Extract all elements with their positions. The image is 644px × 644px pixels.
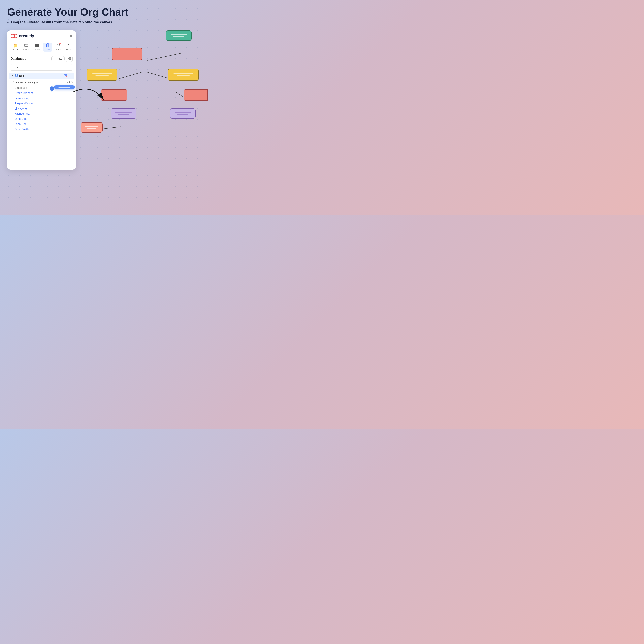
filtered-label: Filtered Results ( 24 ) — [16, 81, 66, 84]
list-item-john-doe[interactable]: John Doe — [7, 121, 76, 127]
db-chevron-icon: ▼ — [12, 75, 14, 77]
search-input[interactable] — [10, 64, 73, 71]
svg-rect-15 — [69, 59, 71, 60]
bullet-icon: • — [7, 20, 9, 25]
svg-line-31 — [100, 127, 121, 129]
tasks-label: Tasks — [34, 48, 40, 51]
org-node-yellow-right — [168, 69, 199, 81]
panel: creately × 📁 Folders Slides — [7, 30, 76, 170]
databases-label: Databases — [10, 57, 26, 61]
tasks-icon — [35, 43, 39, 48]
svg-rect-13 — [69, 57, 71, 58]
canvas-area — [76, 30, 208, 170]
svg-point-20 — [66, 76, 67, 77]
org-node-pink-top — [112, 48, 142, 60]
search-row: 🔍 — [10, 64, 73, 71]
panel-logo: creately — [11, 34, 34, 38]
main-area: creately × 📁 Folders Slides — [7, 30, 208, 170]
list-item-jane-doe[interactable]: Jane Doe — [7, 116, 76, 121]
svg-line-6 — [26, 46, 26, 47]
toolbar-item-slides[interactable]: Slides — [21, 43, 31, 52]
drag-handle-icon[interactable]: ⠿ — [13, 81, 14, 84]
grid-icon — [68, 57, 71, 60]
creately-logo-icon — [11, 34, 17, 38]
toolbar-item-folders[interactable]: 📁 Folders — [11, 42, 20, 52]
header-subtitle: • Drag the Filtered Results from the Dat… — [7, 20, 208, 25]
folders-label: Folders — [12, 48, 19, 51]
toolbar-item-tasks[interactable]: Tasks — [32, 43, 42, 52]
org-node-lavender-1 — [111, 108, 136, 119]
db-database-icon — [15, 74, 18, 78]
more-label: More — [66, 48, 71, 51]
drag-pill-line — [58, 87, 70, 88]
svg-point-11 — [46, 44, 49, 45]
list-item-jane-smith[interactable]: Jane Smith — [7, 127, 76, 132]
panel-header: creately × — [7, 30, 76, 40]
data-icon — [46, 43, 50, 48]
more-icon: ⋮ — [66, 43, 70, 48]
toolbar: 📁 Folders Slides Tasks — [7, 40, 76, 53]
toolbar-item-more[interactable]: ⋮ More — [64, 42, 72, 52]
svg-rect-14 — [68, 59, 69, 60]
filtered-results-row: ⠿ Filtered Results ( 24 ) × — [7, 79, 76, 85]
svg-line-25 — [113, 72, 142, 80]
folders-icon: 📁 — [13, 43, 18, 48]
filtered-save-icon[interactable] — [67, 81, 70, 84]
logo-text: creately — [19, 34, 34, 38]
svg-rect-21 — [67, 81, 70, 83]
database-item[interactable]: ▼ abc ⋮ — [9, 73, 74, 79]
org-node-pink-far-right — [184, 89, 208, 101]
slides-icon — [24, 43, 28, 48]
page-wrapper: Generate Your Org Chart • Drag the Filte… — [0, 0, 215, 170]
list-item-yashodhara[interactable]: Yashodhara — [7, 111, 76, 116]
svg-line-24 — [147, 53, 181, 60]
org-node-lavender-2 — [170, 108, 196, 119]
db-name: abc — [19, 74, 63, 77]
db-more-icon[interactable]: ⋮ — [69, 74, 71, 77]
filtered-close-icon[interactable]: × — [71, 81, 73, 84]
search-wrap: 🔍 — [7, 63, 76, 72]
panel-close-button[interactable]: × — [70, 34, 72, 38]
databases-row: Databases + New — [7, 53, 76, 63]
alerts-label: Alerts — [56, 48, 61, 51]
svg-rect-3 — [25, 44, 26, 45]
org-node-yellow-left — [87, 69, 117, 81]
list-item-drake-graham[interactable]: Drake Graham — [7, 90, 76, 96]
page-title: Generate Your Org Chart — [7, 6, 208, 18]
org-node-pink-mid — [101, 89, 127, 101]
grid-view-button[interactable] — [66, 56, 73, 62]
new-database-button[interactable]: + New — [51, 56, 65, 61]
slides-label: Slides — [23, 48, 29, 51]
drag-pill — [54, 85, 75, 89]
list-item-reginald-young[interactable]: Reginald Young — [7, 101, 76, 106]
org-node-pink-bottom-left — [81, 122, 103, 133]
svg-rect-12 — [68, 57, 69, 58]
list-section: Employee Drake Graham Liam Young Reginal… — [7, 85, 76, 132]
db-filter-icon[interactable] — [64, 74, 67, 78]
alerts-badge — [59, 43, 61, 44]
data-label: Data — [45, 48, 50, 51]
alerts-icon — [57, 43, 60, 48]
list-item-liam-young[interactable]: Liam Young — [7, 96, 76, 101]
toolbar-item-data[interactable]: Data — [43, 43, 52, 52]
svg-point-16 — [15, 74, 18, 75]
toolbar-item-alerts[interactable]: Alerts — [54, 43, 63, 52]
list-item-lil-wayne[interactable]: Lil Wayne — [7, 106, 76, 111]
databases-actions: + New — [51, 56, 73, 62]
org-node-green-top — [166, 30, 192, 41]
